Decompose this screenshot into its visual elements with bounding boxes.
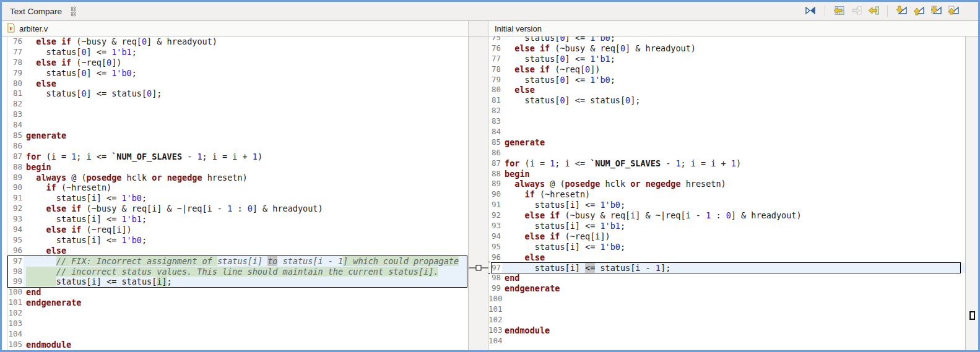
line-number: 91 — [7, 193, 24, 204]
line-number: 88 — [488, 169, 502, 179]
code-line-78[interactable]: 78 else if (~req[0]) — [488, 64, 965, 75]
code-line-101[interactable]: 101 — [488, 304, 965, 315]
line-number: 83 — [7, 109, 24, 120]
code-text: else if (~busy & req[0] & hreadyout) — [24, 36, 468, 47]
code-line-77[interactable]: 77 status[0] <= 1'b1; — [7, 47, 468, 58]
left-editor-pane[interactable]: 76 else if (~busy & req[0] & hreadyout)7… — [2, 36, 469, 351]
code-line-99[interactable]: 99 status[i] <= status[i]; — [7, 277, 468, 287]
code-line-81[interactable]: 81 status[0] <= status[0]; — [488, 95, 965, 106]
code-line-77[interactable]: 77 status[0] <= 1'b1; — [488, 54, 965, 64]
code-text: begin — [502, 169, 965, 179]
code-line-91[interactable]: 91 status[i] <= 1'b0; — [7, 193, 468, 204]
code-line-96[interactable]: 96 else — [488, 252, 965, 263]
code-line-88[interactable]: 88begin — [7, 162, 468, 173]
code-line-90[interactable]: 90 if (~hresetn) — [7, 182, 468, 193]
code-line-78[interactable]: 78 else if (~req[0]) — [7, 58, 468, 68]
code-line-97[interactable]: 97 status[i] <= status[i - 1]; — [488, 263, 965, 273]
code-line-89[interactable]: 89 always @ (posedge hclk or negedge hre… — [7, 173, 468, 183]
line-number: 79 — [488, 75, 502, 85]
code-line-100[interactable]: 100 — [488, 294, 965, 304]
overview-ruler[interactable] — [965, 36, 978, 351]
code-text: // incorrect status values. This line sh… — [24, 267, 468, 277]
code-line-80[interactable]: 80 else — [7, 79, 468, 89]
code-line-82[interactable]: 82 — [7, 99, 468, 109]
code-line-79[interactable]: 79 status[0] <= 1'b0; — [7, 68, 468, 79]
code-line-105[interactable]: 105endmodule — [7, 340, 468, 350]
code-line-100[interactable]: 100end — [7, 287, 468, 298]
code-line-81[interactable]: 81 status[0] <= status[0]; — [7, 88, 468, 99]
left-annotation-ruler — [2, 36, 7, 351]
code-line-91[interactable]: 91 status[i] <= 1'b0; — [488, 200, 965, 210]
code-line-104[interactable]: 104 — [7, 329, 468, 340]
code-line-87[interactable]: 87for (i = 1; i <= `NUM_OF_SLAVES - 1; i… — [488, 158, 965, 169]
previous-change-button[interactable] — [946, 5, 961, 18]
code-line-95[interactable]: 95 status[i] <= 1'b0; — [488, 242, 965, 252]
code-line-94[interactable]: 94 else if (~req[i]) — [7, 225, 468, 235]
caption-gutter — [469, 21, 488, 36]
line-number: 100 — [7, 287, 24, 298]
view-menu-handle-icon[interactable] — [71, 6, 76, 17]
code-line-98[interactable]: 98 // incorrect status values. This line… — [7, 267, 468, 277]
code-line-92[interactable]: 92 else if (~busy & req[i] & ~|req[i - 1… — [7, 204, 468, 214]
code-line-76[interactable]: 76 else if (~busy & req[0] & hreadyout) — [488, 43, 965, 54]
line-number: 92 — [488, 210, 502, 221]
code-line-99[interactable]: 99endgenerate — [488, 283, 965, 294]
line-number: 88 — [7, 162, 24, 173]
right-editor-viewport[interactable]: 75 status[0] <= 1'b0;76 else if (~busy &… — [488, 36, 965, 351]
swap-left-and-right-button[interactable] — [802, 5, 818, 18]
code-line-76[interactable]: 76 else if (~busy & req[0] & hreadyout) — [7, 36, 468, 47]
code-line-102[interactable]: 102 — [488, 315, 965, 325]
code-line-93[interactable]: 93 status[i] <= 1'b1; — [7, 214, 468, 225]
code-text — [24, 141, 468, 152]
code-text — [502, 148, 965, 158]
code-line-97[interactable]: 97 // FIX: Incorrect assignment of statu… — [7, 256, 468, 267]
code-line-94[interactable]: 94 else if (~req[i]) — [488, 231, 965, 242]
copy-all-right-to-left-button[interactable] — [831, 5, 846, 18]
code-line-82[interactable]: 82 — [488, 106, 965, 116]
previous-difference-button[interactable] — [911, 5, 926, 18]
code-line-103[interactable]: 103 — [7, 319, 468, 329]
code-line-102[interactable]: 102 — [7, 308, 468, 319]
code-line-85[interactable]: 85generate — [488, 137, 965, 148]
code-line-79[interactable]: 79 status[0] <= 1'b0; — [488, 75, 965, 85]
code-line-93[interactable]: 93 status[i] <= 1'b1; — [488, 221, 965, 231]
code-line-96[interactable]: 96 else — [7, 246, 468, 256]
code-line-86[interactable]: 86 — [7, 141, 468, 152]
code-line-95[interactable]: 95 status[i] <= 1'b0; — [7, 235, 468, 246]
code-line-101[interactable]: 101endgenerate — [7, 298, 468, 308]
code-line-84[interactable]: 84 — [7, 120, 468, 131]
next-difference-button[interactable] — [894, 5, 909, 18]
code-text: always @ (posedge hclk or negedge hreset… — [502, 179, 965, 189]
copy-right-to-left-button[interactable] — [866, 5, 881, 18]
code-line-89[interactable]: 89 always @ (posedge hclk or negedge hre… — [488, 179, 965, 189]
copy-left-to-right-button[interactable] — [849, 5, 864, 18]
code-line-80[interactable]: 80 else — [488, 85, 965, 95]
line-number: 97 — [7, 256, 24, 267]
code-text — [502, 116, 965, 127]
diff-overview-marker[interactable] — [969, 311, 975, 320]
code-line-83[interactable]: 83 — [488, 116, 965, 127]
code-line-84[interactable]: 84 — [488, 127, 965, 137]
code-text — [24, 120, 468, 131]
left-editor-viewport[interactable]: 76 else if (~busy & req[0] & hreadyout)7… — [7, 36, 468, 351]
code-line-83[interactable]: 83 — [7, 109, 468, 120]
code-line-92[interactable]: 92 else if (~busy & req[i] & ~|req[i - 1… — [488, 210, 965, 221]
code-text — [24, 329, 468, 340]
next-change-button[interactable] — [929, 5, 943, 18]
line-number: 82 — [488, 106, 502, 116]
right-editor-pane[interactable]: 75 status[0] <= 1'b0;76 else if (~busy &… — [488, 36, 965, 351]
code-line-104[interactable]: 104 — [488, 336, 965, 346]
line-number: 75 — [488, 36, 502, 43]
code-line-103[interactable]: 103endmodule — [488, 325, 965, 336]
code-line-88[interactable]: 88begin — [488, 169, 965, 179]
line-number: 94 — [7, 225, 24, 235]
code-line-87[interactable]: 87for (i = 1; i <= `NUM_OF_SLAVES - 1; i… — [7, 152, 468, 162]
code-line-86[interactable]: 86 — [488, 148, 965, 158]
code-line-90[interactable]: 90 if (~hresetn) — [488, 189, 965, 200]
code-line-98[interactable]: 98end — [488, 273, 965, 283]
code-text — [24, 109, 468, 120]
code-line-85[interactable]: 85generate — [7, 131, 468, 141]
code-line-75[interactable]: 75 status[0] <= 1'b0; — [488, 36, 965, 43]
line-number: 104 — [7, 329, 24, 340]
line-number: 95 — [488, 242, 502, 252]
